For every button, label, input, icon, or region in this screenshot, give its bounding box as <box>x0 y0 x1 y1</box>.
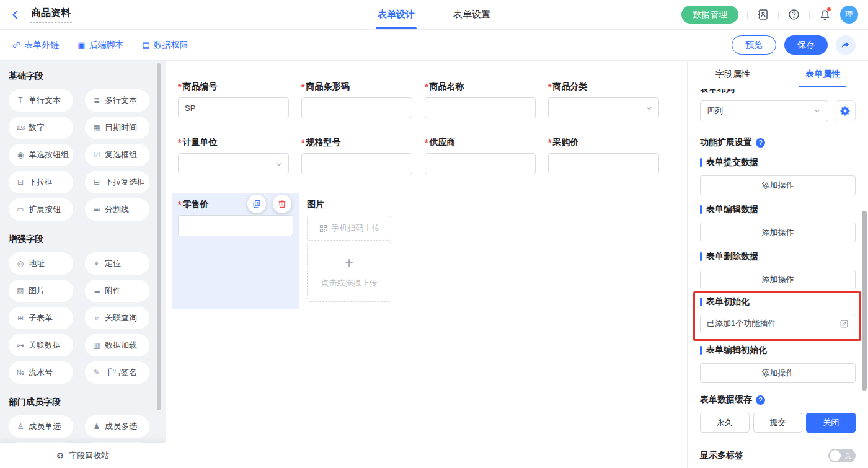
backend-script-icon: ▣ <box>78 40 85 50</box>
canvas-field[interactable]: *商品编号SP <box>178 81 289 118</box>
image-field[interactable]: 图片 手机扫码上传 + 点击或拖拽上传 <box>307 193 391 302</box>
text-input[interactable] <box>301 97 412 118</box>
properties-panel: 字段属性 表单属性 表单布局 四列 <box>687 61 868 468</box>
field-type-signature[interactable]: ✎手写签名 <box>85 361 149 384</box>
single-line-text-icon: T <box>16 96 25 105</box>
toolbar-links: ☍表单外链▣后端脚本▤数据权限 <box>12 40 188 51</box>
header-actions: 数据管理 理 <box>681 6 858 24</box>
sidebar-scrollbar[interactable] <box>157 63 161 410</box>
canvas-field[interactable]: *商品名称 <box>425 81 536 118</box>
layout-select[interactable]: 四列 <box>700 100 828 121</box>
text-input[interactable] <box>301 153 412 174</box>
tab-field-properties[interactable]: 字段属性 <box>688 61 778 87</box>
contacts-book-icon[interactable] <box>756 8 769 21</box>
canvas-field[interactable]: *规格型号 <box>301 137 412 174</box>
field-type-member-single[interactable]: ♙成员单选 <box>9 415 73 438</box>
delete-field-button[interactable] <box>273 195 291 213</box>
multi-tab-label: 显示多标签 <box>700 450 743 461</box>
multi-tab-toggle[interactable]: 关 <box>828 449 856 462</box>
field-type-address[interactable]: ◎地址 <box>9 252 73 275</box>
divider-icon: ≕ <box>92 205 101 214</box>
field-type-multi-line-text[interactable]: ≣多行文本 <box>85 89 149 112</box>
add-action-button[interactable]: 添加操作 <box>700 223 856 242</box>
canvas-field[interactable]: *采购价 <box>548 137 659 174</box>
select-input[interactable] <box>178 153 289 174</box>
selected-field-retail-price[interactable]: * 零售价 <box>172 193 299 309</box>
back-button[interactable] <box>10 9 21 20</box>
field-type-extension-button[interactable]: ▭扩展按钮 <box>9 198 73 221</box>
help-badge-icon[interactable]: ? <box>756 138 765 148</box>
layout-row: 四列 <box>700 100 856 121</box>
add-action-button[interactable]: 添加操作 <box>700 175 856 195</box>
active-tab-indicator <box>799 86 846 87</box>
toolbar-link-data-permission[interactable]: ▤数据权限 <box>142 40 188 51</box>
trash-icon <box>277 199 287 209</box>
header: 商品资料 表单设计 表单设置 数据管理 理 <box>0 0 868 30</box>
field-type-number[interactable]: 123数字 <box>9 117 73 139</box>
field-type-single-line-text[interactable]: T单行文本 <box>9 89 73 112</box>
preview-button[interactable]: 预览 <box>732 35 776 55</box>
tab-form-settings[interactable]: 表单设置 <box>453 0 490 29</box>
share-button[interactable] <box>836 35 856 55</box>
datetime-icon: ▦ <box>92 123 101 132</box>
section-bar <box>700 346 702 355</box>
field-type-data-load[interactable]: ▥数据加载 <box>85 334 149 356</box>
field-type-linked-query[interactable]: ⌕关联查询 <box>85 307 149 329</box>
field-type-radio-group[interactable]: ◉单选按钮组 <box>9 144 73 166</box>
select-input[interactable] <box>548 97 659 118</box>
cache-option-0[interactable]: 永久 <box>700 413 750 433</box>
sidebar-field-grid: T单行文本≣多行文本123数字▦日期时间◉单选按钮组☑复选框组⊡下拉框⊟下拉复选… <box>9 89 157 221</box>
field-type-checkbox-group[interactable]: ☑复选框组 <box>85 144 149 166</box>
click-or-drag-upload-area[interactable]: + 点击或拖拽上传 <box>307 242 391 302</box>
text-input[interactable]: SP <box>178 97 289 118</box>
field-type-datetime[interactable]: ▦日期时间 <box>85 117 149 139</box>
linked-query-icon: ⌕ <box>92 314 101 322</box>
field-type-dropdown[interactable]: ⊡下拉框 <box>9 171 73 193</box>
edit-icon[interactable] <box>839 319 849 329</box>
field-recycle-bin-button[interactable]: ♻ 字段回收站 <box>0 443 166 468</box>
cache-option-1[interactable]: 提交 <box>753 413 803 433</box>
user-avatar[interactable]: 理 <box>840 6 858 24</box>
help-badge-icon[interactable]: ? <box>756 395 765 405</box>
plus-icon: + <box>345 255 353 270</box>
field-type-subform[interactable]: ⊞子表单 <box>9 307 73 329</box>
canvas-field[interactable]: *供应商 <box>425 137 536 174</box>
chevron-down-icon <box>813 107 822 115</box>
canvas-field[interactable]: *计量单位 <box>178 137 289 174</box>
field-type-multi-dropdown[interactable]: ⊟下拉复选框 <box>85 171 149 193</box>
save-button[interactable]: 保存 <box>784 35 828 55</box>
cache-option-2[interactable]: 关闭 <box>806 413 856 433</box>
text-input[interactable] <box>425 97 536 118</box>
toolbar-link-external-link[interactable]: ☍表单外链 <box>12 40 59 51</box>
field-library-sidebar: 基础字段T单行文本≣多行文本123数字▦日期时间◉单选按钮组☑复选框组⊡下拉框⊟… <box>0 61 166 468</box>
notification-bell-icon[interactable] <box>818 8 831 21</box>
toolbar-link-backend-script[interactable]: ▣后端脚本 <box>78 40 123 51</box>
field-type-serial-number[interactable]: №流水号 <box>9 361 73 384</box>
add-action-button[interactable]: 添加操作 <box>700 270 856 289</box>
field-type-divider[interactable]: ≕分割线 <box>85 198 149 221</box>
panel-scrollbar[interactable] <box>862 211 867 391</box>
text-input[interactable] <box>548 153 659 174</box>
add-action-button-edit-init[interactable]: 添加操作 <box>700 363 856 383</box>
form-init-plugin-item[interactable]: 已添加1个功能插件 <box>700 314 854 333</box>
copy-field-button[interactable] <box>247 195 266 213</box>
text-input[interactable] <box>425 153 536 174</box>
retail-price-input[interactable] <box>178 215 293 236</box>
multi-line-text-icon: ≣ <box>92 96 101 105</box>
tab-form-properties[interactable]: 表单属性 <box>778 61 868 87</box>
field-type-member-multi[interactable]: ♟成员多选 <box>85 415 149 438</box>
field-label: *商品名称 <box>425 81 536 92</box>
help-icon[interactable] <box>787 8 800 21</box>
field-type-image[interactable]: ▧图片 <box>9 280 73 302</box>
data-manage-button[interactable]: 数据管理 <box>681 6 738 24</box>
canvas-field[interactable]: *商品条形码 <box>301 81 412 118</box>
field-type-location[interactable]: ⌖定位 <box>85 252 149 275</box>
field-type-linked-data[interactable]: ⊶关联数据 <box>9 334 73 356</box>
required-asterisk: * <box>178 200 181 210</box>
tab-form-design[interactable]: 表单设计 <box>378 0 415 29</box>
field-type-attachment[interactable]: ☁附件 <box>85 280 149 302</box>
scan-upload-button[interactable]: 手机扫码上传 <box>307 216 391 241</box>
layout-settings-button[interactable] <box>835 100 856 121</box>
canvas-field[interactable]: *商品分类 <box>548 81 659 118</box>
linked-data-icon: ⊶ <box>16 341 25 350</box>
